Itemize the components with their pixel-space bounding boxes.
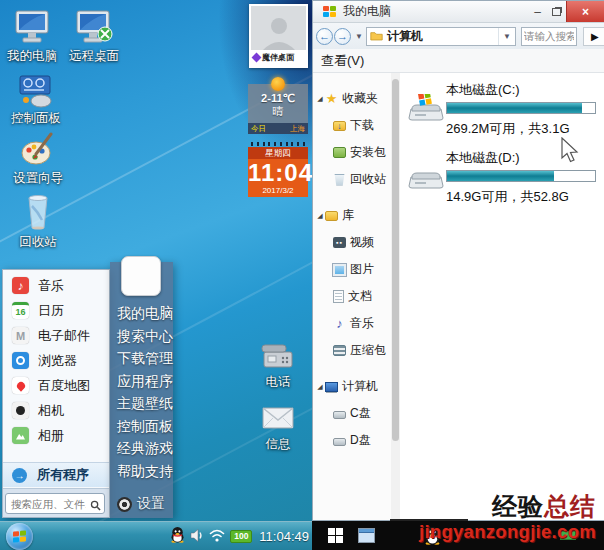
computer-icon bbox=[2, 8, 62, 46]
capacity-bar bbox=[446, 170, 596, 182]
qq-tray-icon[interactable] bbox=[170, 526, 185, 547]
menu-item-album[interactable]: 相册 bbox=[3, 423, 109, 448]
menu-item-classic-games[interactable]: 经典游戏 bbox=[110, 437, 173, 460]
desktop-icon-control-panel[interactable]: 控制面板 bbox=[6, 70, 66, 127]
user-tile[interactable] bbox=[121, 256, 161, 296]
back-button[interactable]: ← bbox=[316, 28, 333, 45]
menu-item-calendar[interactable]: 16 日历 bbox=[3, 298, 109, 323]
drive-c-icon bbox=[408, 94, 444, 126]
sidebar-item-label: 回收站 bbox=[350, 171, 386, 188]
drive-item-c[interactable]: 本地磁盘(C:) 269.2M可用，共3.1G bbox=[400, 81, 604, 138]
wifi-icon[interactable] bbox=[209, 528, 225, 546]
menu-item-camera[interactable]: 相机 bbox=[3, 398, 109, 423]
menu-item-applications[interactable]: 应用程序 bbox=[110, 370, 173, 393]
clock-widget[interactable]: 星期四 11:04 2017/3/2 bbox=[248, 141, 308, 197]
file-list: 本地磁盘(C:) 269.2M可用，共3.1G 本地磁盘(D:) bbox=[400, 73, 604, 520]
capacity-bar-fill bbox=[447, 171, 554, 181]
file-explorer-taskbar-icon[interactable] bbox=[358, 528, 375, 543]
desktop-icon-label: 远程桌面 bbox=[64, 48, 124, 65]
sidebar-item-favorites[interactable]: ◢ ★ 收藏夹 bbox=[313, 85, 391, 112]
sidebar-item-music[interactable]: ♪ 音乐 bbox=[313, 310, 391, 337]
taskbar-clock[interactable]: 11:04:49 bbox=[259, 529, 309, 544]
desktop-icon-my-computer[interactable]: 我的电脑 bbox=[2, 8, 62, 65]
history-dropdown-icon[interactable]: ▼ bbox=[355, 32, 363, 41]
title-bar[interactable]: 我的电脑 – × bbox=[313, 1, 604, 23]
start-menu-right-panel: 我的电脑 搜索中心 下载管理 应用程序 主题壁纸 控制面板 经典游戏 帮助支持 … bbox=[110, 262, 173, 518]
menu-item-my-computer[interactable]: 我的电脑 bbox=[110, 302, 173, 325]
picture-icon bbox=[333, 264, 346, 276]
window-title: 我的电脑 bbox=[343, 3, 391, 20]
address-dropdown-icon[interactable]: ▼ bbox=[498, 28, 515, 45]
menu-item-help-support[interactable]: 帮助支持 bbox=[110, 460, 173, 483]
search-go-button[interactable]: ▶ bbox=[583, 27, 604, 46]
menu-item-search-center[interactable]: 搜索中心 bbox=[110, 325, 173, 348]
menu-item-label: 相册 bbox=[38, 427, 64, 445]
desktop-icon-phone[interactable]: 电话 bbox=[248, 334, 308, 391]
start-button[interactable] bbox=[6, 523, 33, 550]
menu-item-music[interactable]: ♪ 音乐 bbox=[3, 273, 109, 298]
menu-item-browser[interactable]: 浏览器 bbox=[3, 348, 109, 373]
menu-bar[interactable]: 查看(V) bbox=[313, 49, 604, 73]
sidebar-item-libraries[interactable]: ◢ 库 bbox=[313, 202, 391, 229]
sidebar-item-packages[interactable]: 安装包 bbox=[313, 139, 391, 166]
restore-button[interactable] bbox=[547, 1, 566, 22]
forward-button[interactable]: → bbox=[334, 28, 351, 45]
sidebar-item-documents[interactable]: 文档 bbox=[313, 283, 391, 310]
explorer-search-input[interactable] bbox=[521, 27, 577, 46]
gem-icon bbox=[252, 52, 262, 62]
sidebar-item-computer[interactable]: ◢ 计算机 bbox=[313, 373, 391, 400]
sidebar-item-pictures[interactable]: 图片 bbox=[313, 256, 391, 283]
sidebar-item-recycle-bin[interactable]: 回收站 bbox=[313, 166, 391, 193]
control-panel-icon bbox=[6, 70, 66, 108]
clock-date: 2017/3/2 bbox=[248, 186, 308, 195]
address-bar[interactable]: 计算机 ▼ bbox=[366, 27, 516, 46]
desktop-icon-label: 设置向导 bbox=[8, 170, 68, 187]
companion-widget[interactable]: 魔伴桌面 bbox=[249, 4, 308, 68]
scrollbar-thumb[interactable] bbox=[392, 79, 399, 441]
minimize-button[interactable]: – bbox=[528, 1, 547, 22]
sidebar-item-archives[interactable]: 压缩包 bbox=[313, 337, 391, 364]
sidebar-item-videos[interactable]: ▪▪ 视频 bbox=[313, 229, 391, 256]
browser-icon bbox=[12, 352, 29, 369]
desktop-icon-recycle-bin[interactable]: 回收站 bbox=[8, 194, 68, 251]
battery-tray-icon[interactable] bbox=[560, 531, 576, 540]
menu-item-theme-wallpaper[interactable]: 主题壁纸 bbox=[110, 392, 173, 415]
qq-taskbar-icon[interactable] bbox=[424, 526, 441, 549]
library-folder-icon bbox=[325, 211, 338, 221]
desktop-icon-message[interactable]: 信息 bbox=[248, 396, 308, 453]
sidebar-item-label: 计算机 bbox=[342, 378, 378, 395]
screen: 我的电脑 远程桌面 bbox=[0, 0, 604, 550]
settings-button[interactable]: 设置 bbox=[117, 495, 165, 513]
taskbar-right bbox=[312, 521, 604, 550]
mail-icon: M bbox=[12, 327, 29, 344]
menu-item-label: 百度地图 bbox=[38, 377, 90, 395]
star-icon: ★ bbox=[325, 92, 338, 105]
sidebar-item-label: 压缩包 bbox=[350, 342, 386, 359]
windows-start-icon[interactable] bbox=[328, 528, 343, 543]
expander-icon[interactable]: ◢ bbox=[315, 383, 325, 391]
sidebar-scrollbar[interactable] bbox=[391, 73, 400, 520]
album-icon bbox=[12, 427, 29, 444]
all-programs-button[interactable]: → 所有程序 bbox=[3, 462, 109, 487]
sidebar-item-c-drive[interactable]: C盘 bbox=[313, 400, 391, 427]
archive-icon bbox=[333, 345, 346, 356]
menu-item-download-manager[interactable]: 下载管理 bbox=[110, 347, 173, 370]
settings-label: 设置 bbox=[137, 495, 165, 513]
recycle-bin-icon bbox=[333, 174, 346, 186]
menu-item-baidu-map[interactable]: 百度地图 bbox=[3, 373, 109, 398]
menu-item-email[interactable]: M 电子邮件 bbox=[3, 323, 109, 348]
desktop-icon-setup-wizard[interactable]: 设置向导 bbox=[8, 130, 68, 187]
expander-icon[interactable]: ◢ bbox=[315, 212, 325, 220]
menu-item-control-panel[interactable]: 控制面板 bbox=[110, 415, 173, 438]
battery-indicator[interactable]: 100 bbox=[230, 530, 252, 543]
desktop-icon-remote-desktop[interactable]: 远程桌面 bbox=[64, 8, 124, 65]
close-button[interactable]: × bbox=[566, 1, 604, 22]
document-icon bbox=[333, 290, 344, 303]
sidebar-item-d-drive[interactable]: D盘 bbox=[313, 427, 391, 454]
weather-widget[interactable]: 2-11℃ 晴 今日 上海 bbox=[248, 84, 308, 134]
speaker-icon[interactable] bbox=[190, 528, 204, 546]
companion-widget-label: 魔伴桌面 bbox=[262, 52, 294, 63]
expander-icon[interactable]: ◢ bbox=[315, 95, 325, 103]
menu-item-label: 日历 bbox=[38, 302, 64, 320]
sidebar-item-downloads[interactable]: ↓ 下载 bbox=[313, 112, 391, 139]
